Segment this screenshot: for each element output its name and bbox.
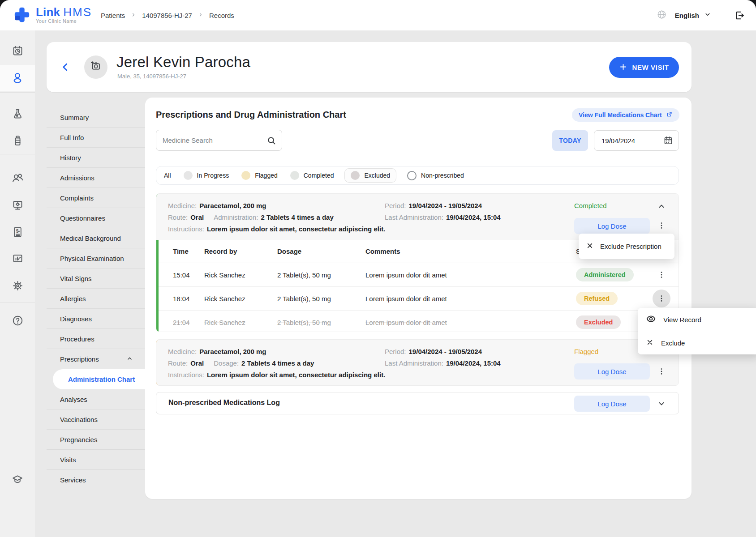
row-kebab-menu[interactable]	[653, 266, 670, 284]
collapse-chevron-up-icon[interactable]	[653, 197, 670, 215]
nav-item-complaints[interactable]: Complaints	[47, 188, 145, 208]
appointments-calendar-icon[interactable]	[9, 42, 26, 60]
prescription-kebab-menu[interactable]	[653, 362, 670, 380]
logo-cross-icon	[13, 6, 30, 25]
filter-label: Completed	[304, 172, 334, 179]
language-selector[interactable]: English	[675, 12, 699, 19]
exclude-menu-item[interactable]: Exclude	[638, 331, 756, 354]
back-button[interactable]	[59, 61, 72, 73]
expand-chevron-down-icon[interactable]	[653, 395, 670, 413]
staff-users-icon[interactable]	[9, 169, 26, 187]
medicine-search-input[interactable]	[156, 136, 266, 144]
nav-item-procedures[interactable]: Procedures	[47, 329, 145, 349]
log-dose-button[interactable]: Log Dose	[574, 363, 650, 379]
filter-in-progress[interactable]: In Progress	[184, 171, 229, 180]
filter-all[interactable]: All	[164, 172, 171, 179]
nav-item-administration-chart[interactable]: Administration Chart	[53, 369, 145, 389]
nav-item-medical-background[interactable]: Medical Background	[47, 228, 145, 248]
status-badge: Excluded	[576, 315, 621, 329]
nav-item-diagnoses[interactable]: Diagnoses	[47, 309, 145, 329]
field-label: Medicine:	[168, 202, 197, 209]
nav-item-summary[interactable]: Summary	[47, 107, 145, 128]
page-title: Prescriptions and Drug Administration Ch…	[156, 110, 346, 120]
patient-name: Jerel Kevin Parocha	[116, 54, 250, 71]
filter-excluded[interactable]: Excluded	[344, 168, 396, 183]
laboratory-flask-icon[interactable]	[9, 105, 26, 123]
billing-invoice-icon[interactable]: $	[9, 223, 26, 241]
nav-item-analyses[interactable]: Analyses	[47, 389, 145, 409]
radio-in-progress	[184, 171, 193, 180]
field-label: Period:	[385, 202, 406, 209]
nav-item-services[interactable]: Services	[47, 470, 145, 490]
cell-time: 21:04	[173, 319, 204, 326]
nav-label: Administration Chart	[68, 375, 135, 383]
nav-label: Visits	[60, 456, 76, 464]
status-badge: Administered	[576, 268, 634, 281]
nav-label: Prescriptions	[60, 355, 99, 363]
sidebar-divider	[0, 92, 35, 93]
chevron-down-icon[interactable]	[704, 10, 712, 20]
nav-item-allergies[interactable]: Allergies	[47, 289, 145, 309]
settings-gear-icon[interactable]	[9, 277, 26, 294]
last-administration-value: 19/04/2024, 15:04	[446, 359, 501, 367]
breadcrumb-separator-icon	[130, 12, 137, 19]
nav-item-admissions[interactable]: Admissions	[47, 168, 145, 188]
filter-non-prescribed[interactable]: Non-prescribed	[407, 171, 464, 180]
row-kebab-menu-open[interactable]	[653, 290, 670, 307]
logout-icon[interactable]	[734, 10, 745, 21]
reports-chart-icon[interactable]	[9, 250, 26, 268]
nav-label: Full Info	[60, 134, 84, 141]
nav-item-questionnaires[interactable]: Questionnaires	[47, 208, 145, 228]
nav-item-visits[interactable]: Visits	[47, 450, 145, 470]
nav-item-prescriptions[interactable]: Prescriptions	[47, 349, 145, 369]
breadcrumb-records[interactable]: Records	[209, 12, 234, 19]
new-visit-button[interactable]: NEW VISIT	[609, 57, 679, 78]
prescription-summary: Medicine:Paracetamol, 200 mg Route:OralA…	[156, 194, 679, 240]
nav-item-full-info[interactable]: Full Info	[47, 128, 145, 148]
workstation-monitor-icon[interactable]	[9, 196, 26, 214]
exclude-prescription-menu-item[interactable]: Exclude Prescription	[579, 234, 674, 259]
breadcrumb-patient-id[interactable]: 14097856-HJ-27	[142, 12, 192, 19]
log-dose-button[interactable]: Log Dose	[574, 396, 650, 412]
today-button[interactable]: TODAY	[552, 130, 588, 151]
field-label: Period:	[385, 348, 406, 355]
icon-sidebar: $	[0, 30, 35, 537]
app-logo[interactable]: Link HMS Your Clinic Name	[13, 6, 92, 25]
nav-label: Questionnaires	[60, 214, 105, 222]
cell-time: 18:04	[173, 295, 204, 303]
nav-label: Procedures	[60, 335, 94, 343]
patients-icon[interactable]	[9, 69, 26, 87]
filter-flagged[interactable]: Flagged	[241, 171, 278, 180]
view-full-medications-button[interactable]: View Full Medications Chart	[572, 108, 679, 122]
patient-avatar[interactable]	[84, 55, 107, 79]
nav-label: Complaints	[60, 194, 94, 202]
logo-text: Link HMS Your Clinic Name	[36, 6, 92, 24]
nav-item-vital-signs[interactable]: Vital Signs	[47, 268, 145, 289]
prescription-kebab-menu[interactable]	[653, 217, 670, 234]
help-icon[interactable]	[9, 311, 26, 329]
nav-item-history[interactable]: History	[47, 148, 145, 168]
external-link-icon	[666, 111, 673, 119]
close-x-icon	[586, 242, 594, 251]
prescription-details-right: Period:19/04/2024 - 19/05/2024 Last Admi…	[385, 200, 501, 223]
cell-dosage: 2 Tablet(s), 50 mg	[277, 271, 365, 279]
administration-chart-panel: Prescriptions and Drug Administration Ch…	[145, 98, 692, 499]
log-dose-button[interactable]: Log Dose	[574, 218, 650, 234]
nav-item-vaccinations[interactable]: Vaccinations	[47, 409, 145, 430]
date-picker[interactable]: 19/04/2024	[594, 130, 679, 151]
breadcrumb-patients[interactable]: Patients	[101, 12, 125, 19]
plus-icon	[619, 63, 627, 72]
field-label: Medicine:	[168, 348, 197, 355]
nav-item-pregnancies[interactable]: Pregnancies	[47, 430, 145, 450]
prescription-summary: Medicine:Paracetamol, 200 mg Route:OralD…	[156, 340, 679, 386]
brand-name: Link	[36, 6, 60, 18]
filter-completed[interactable]: Completed	[290, 171, 334, 180]
search-icon[interactable]	[266, 136, 276, 145]
eye-icon	[646, 314, 656, 325]
view-record-menu-item[interactable]: View Record	[638, 308, 756, 331]
nav-item-physical-examination[interactable]: Physical Examination	[47, 248, 145, 268]
add-photo-camera-icon	[90, 60, 102, 74]
pharmacy-bottle-icon[interactable]	[9, 132, 26, 149]
nav-label: Services	[60, 476, 86, 484]
education-cap-icon[interactable]	[9, 470, 26, 488]
